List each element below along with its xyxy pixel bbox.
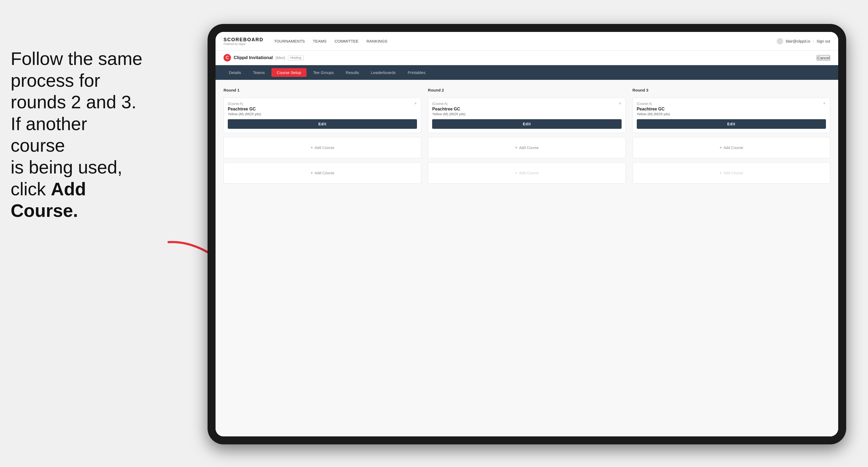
round-3-course-tag: (Course A) [637, 102, 826, 106]
nav-link-tournaments[interactable]: TOURNAMENTS [274, 37, 305, 45]
round-2-course-details: Yellow (M) (6629 yds) [432, 112, 621, 116]
plus-icon-r2-2: + [515, 170, 517, 175]
instruction-text: Follow the same process for rounds 2 and… [0, 48, 154, 222]
tournament-name: Clippd Invitational [234, 55, 273, 60]
logo-subtitle: Powered by clippd [223, 42, 264, 45]
round-3-delete-icon[interactable]: × [822, 101, 827, 106]
round-1-course-card: × (Course A) Peachtree GC Yellow (M) (66… [223, 98, 421, 133]
nav-links: TOURNAMENTS TEAMS COMMITTEE RANKINGS [274, 37, 777, 45]
pipe-separator: | [813, 39, 814, 43]
round-3-edit-button[interactable]: Edit [637, 119, 826, 129]
top-nav: SCOREBOARD Powered by clippd TOURNAMENTS… [216, 32, 838, 51]
brand-icon: C [223, 54, 231, 61]
round-2-course-tag: (Course A) [432, 102, 621, 106]
tab-details[interactable]: Details [223, 68, 246, 77]
round-2-edit-button[interactable]: Edit [432, 119, 621, 129]
round-3-add-course-2[interactable]: + Add Course [632, 162, 830, 184]
add-course-label-r1-2: Add Course [314, 171, 334, 175]
nav-link-committee[interactable]: COMMITTEE [335, 37, 359, 45]
plus-icon-r1-1: + [311, 145, 313, 150]
hosting-badge: Hosting [288, 55, 304, 60]
round-1-course-tag: (Course A) [228, 102, 417, 106]
cancel-button[interactable]: Cancel [817, 55, 830, 61]
add-course-label-r3-2: Add Course [723, 171, 743, 175]
round-2-add-course-2[interactable]: + Add Course [428, 162, 626, 184]
tabs-bar: Details Teams Course Setup Tee Groups Re… [216, 65, 838, 80]
scoreboard-logo: SCOREBOARD Powered by clippd [223, 37, 264, 45]
men-label: (Men) [275, 56, 285, 60]
plus-icon-r3-1: + [719, 145, 722, 150]
user-email: blair@clippd.io [786, 39, 810, 43]
title-bar: C Clippd Invitational (Men) Hosting Canc… [216, 51, 838, 65]
add-course-label-r2-1: Add Course [519, 146, 539, 150]
round-2-delete-icon[interactable]: × [617, 101, 623, 106]
tab-results[interactable]: Results [340, 68, 364, 77]
nav-link-rankings[interactable]: RANKINGS [366, 37, 387, 45]
top-nav-right: blair@clippd.io | Sign out [777, 38, 830, 44]
round-1-course-name: Peachtree GC [228, 107, 417, 112]
tab-course-setup[interactable]: Course Setup [271, 68, 307, 77]
round-3-course-card: × (Course A) Peachtree GC Yellow (M) (66… [632, 98, 830, 133]
nav-link-teams[interactable]: TEAMS [313, 37, 327, 45]
plus-icon-r3-2: + [719, 170, 722, 175]
rounds-grid: Round 1 × (Course A) Peachtree GC Yellow… [223, 88, 830, 184]
round-3-column: Round 3 × (Course A) Peachtree GC Yellow… [632, 88, 830, 184]
title-bar-left: C Clippd Invitational (Men) Hosting [223, 54, 817, 61]
round-1-column: Round 1 × (Course A) Peachtree GC Yellow… [223, 88, 421, 184]
main-content: Round 1 × (Course A) Peachtree GC Yellow… [216, 80, 838, 436]
round-2-course-card: × (Course A) Peachtree GC Yellow (M) (66… [428, 98, 626, 133]
round-1-add-course-1[interactable]: + Add Course [223, 137, 421, 158]
tablet-screen: SCOREBOARD Powered by clippd TOURNAMENTS… [216, 32, 838, 436]
round-2-add-course-1[interactable]: + Add Course [428, 137, 626, 158]
round-3-course-name: Peachtree GC [637, 107, 826, 112]
add-course-label-r1-1: Add Course [314, 146, 334, 150]
round-3-add-course-1[interactable]: + Add Course [632, 137, 830, 158]
plus-icon-r1-2: + [311, 170, 313, 175]
round-1-edit-button[interactable]: Edit [228, 119, 417, 129]
tab-printables[interactable]: Printables [402, 68, 431, 77]
round-1-label: Round 1 [223, 88, 421, 92]
tab-leaderboards[interactable]: Leaderboards [366, 68, 401, 77]
logo-title: SCOREBOARD [223, 37, 264, 42]
tab-tee-groups[interactable]: Tee Groups [308, 68, 339, 77]
round-3-course-details: Yellow (M) (6629 yds) [637, 112, 826, 116]
round-1-course-details: Yellow (M) (6629 yds) [228, 112, 417, 116]
plus-icon-r2-1: + [515, 145, 517, 150]
add-course-label-r3-1: Add Course [723, 146, 743, 150]
round-3-label: Round 3 [632, 88, 830, 92]
user-avatar [777, 38, 783, 44]
add-course-label-r2-2: Add Course [519, 171, 539, 175]
round-2-label: Round 2 [428, 88, 626, 92]
tab-teams[interactable]: Teams [248, 68, 270, 77]
round-1-add-course-2[interactable]: + Add Course [223, 162, 421, 184]
tablet-device: SCOREBOARD Powered by clippd TOURNAMENTS… [208, 24, 846, 444]
sign-out-link[interactable]: Sign out [817, 39, 830, 43]
round-2-course-name: Peachtree GC [432, 107, 621, 112]
round-2-column: Round 2 × (Course A) Peachtree GC Yellow… [428, 88, 626, 184]
round-1-delete-icon[interactable]: × [412, 101, 418, 106]
